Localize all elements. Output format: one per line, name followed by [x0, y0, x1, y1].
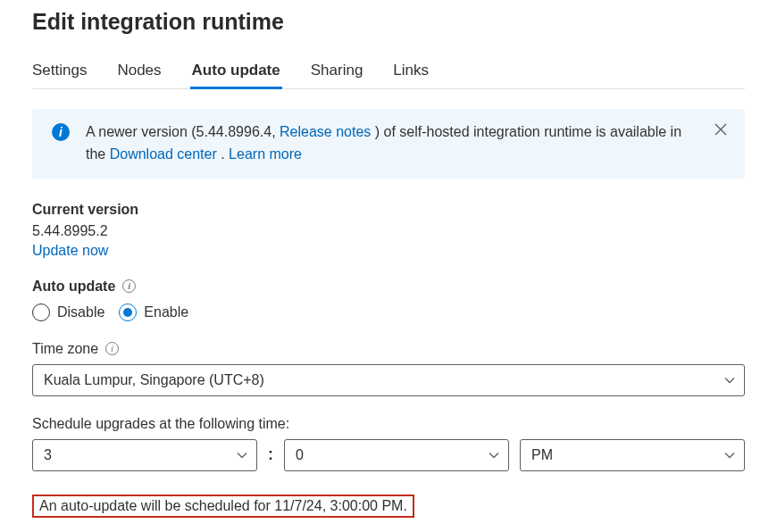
- close-icon[interactable]: [713, 121, 729, 140]
- info-icon: i: [52, 123, 70, 141]
- download-center-link[interactable]: Download center: [110, 146, 217, 162]
- radio-enable-circle: [119, 303, 137, 321]
- chevron-down-icon: [237, 452, 247, 459]
- current-version-label: Current version: [32, 202, 745, 218]
- learn-more-link[interactable]: Learn more: [229, 146, 302, 162]
- chevron-down-icon: [489, 452, 499, 459]
- current-version-block: Current version 5.44.8995.2 Update now: [32, 202, 745, 259]
- page-title: Edit integration runtime: [32, 9, 745, 35]
- current-version-value: 5.44.8995.2: [32, 223, 745, 239]
- auto-update-block: Auto update i Disable Enable: [32, 278, 745, 321]
- tab-settings[interactable]: Settings: [32, 60, 87, 88]
- radio-enable[interactable]: Enable: [119, 303, 188, 321]
- tab-auto-update[interactable]: Auto update: [192, 60, 280, 88]
- ampm-value: PM: [531, 447, 553, 463]
- schedule-note: An auto-update will be scheduled for 11/…: [32, 495, 414, 518]
- banner-text-1: A newer version (5.44.8996.4,: [86, 124, 280, 139]
- info-circle-icon[interactable]: i: [122, 279, 136, 293]
- minute-value: 0: [296, 447, 304, 463]
- timezone-label: Time zone i: [32, 341, 745, 357]
- schedule-block: Schedule upgrades at the following time:…: [32, 416, 745, 471]
- schedule-label: Schedule upgrades at the following time:: [32, 416, 745, 432]
- chevron-down-icon: [724, 452, 735, 459]
- chevron-down-icon: [724, 377, 735, 384]
- radio-disable-label: Disable: [57, 304, 104, 320]
- timezone-value: Kuala Lumpur, Singapore (UTC+8): [44, 372, 264, 388]
- timezone-label-text: Time zone: [32, 341, 98, 357]
- tabs-bar: Settings Nodes Auto update Sharing Links: [32, 60, 745, 89]
- info-circle-icon[interactable]: i: [105, 342, 119, 355]
- timezone-select[interactable]: Kuala Lumpur, Singapore (UTC+8): [32, 364, 745, 396]
- auto-update-label: Auto update i: [32, 278, 745, 295]
- update-now-link[interactable]: Update now: [32, 243, 108, 259]
- tab-sharing[interactable]: Sharing: [311, 60, 363, 88]
- timezone-block: Time zone i Kuala Lumpur, Singapore (UTC…: [32, 341, 745, 396]
- radio-disable-circle: [32, 303, 50, 321]
- radio-disable[interactable]: Disable: [32, 303, 104, 321]
- tab-links[interactable]: Links: [393, 60, 429, 88]
- banner-text-3: .: [217, 146, 229, 162]
- auto-update-label-text: Auto update: [32, 278, 115, 295]
- ampm-select[interactable]: PM: [520, 439, 745, 471]
- minute-select[interactable]: 0: [284, 439, 509, 471]
- tab-nodes[interactable]: Nodes: [117, 60, 161, 88]
- info-banner: i A newer version (5.44.8996.4, Release …: [32, 109, 745, 179]
- hour-select[interactable]: 3: [32, 439, 257, 471]
- release-notes-link[interactable]: Release notes: [280, 124, 371, 139]
- time-separator: :: [268, 445, 273, 464]
- info-banner-text: A newer version (5.44.8996.4, Release no…: [86, 121, 697, 166]
- radio-enable-label: Enable: [144, 304, 188, 320]
- hour-value: 3: [44, 447, 52, 463]
